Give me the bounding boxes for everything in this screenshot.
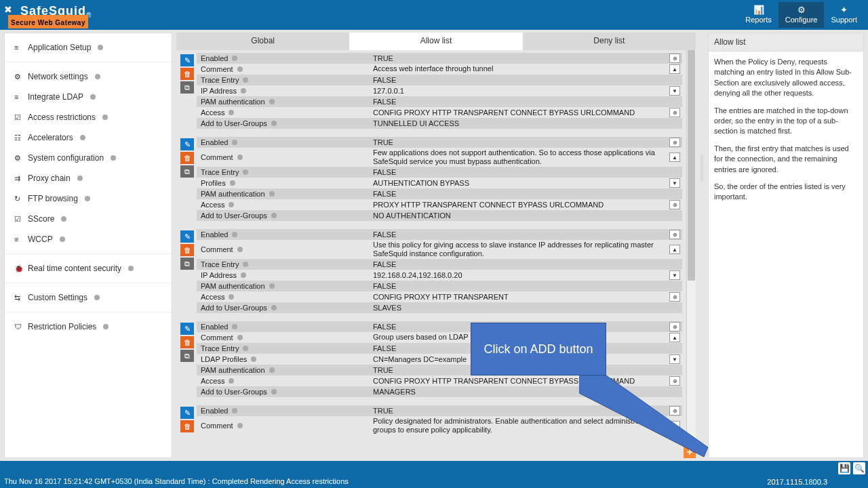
- scrollbar-thumb[interactable]: [688, 50, 695, 281]
- info-icon: [237, 335, 243, 340]
- tab-global[interactable]: Global: [176, 33, 349, 50]
- delete-button[interactable]: 🗑: [180, 336, 194, 348]
- help-panel-title: Allow list: [709, 33, 863, 52]
- sidebar-item-icon: ≡: [14, 43, 22, 52]
- field-value: TRUE: [372, 138, 667, 146]
- field-value: TRUE: [372, 407, 667, 415]
- main-area: ≡Application Setup ⚙Network settings≡Int…: [0, 30, 868, 458]
- sidebar-item[interactable]: ⇆Custom Settings: [5, 287, 172, 308]
- field-value: FALSE: [372, 190, 667, 198]
- info-icon: [60, 237, 65, 242]
- callout-text: Click on ADD button: [484, 341, 593, 357]
- delete-button[interactable]: 🗑: [180, 152, 194, 164]
- move-bottom-icon[interactable]: ⊕: [669, 376, 680, 386]
- move-up-icon[interactable]: ▲: [669, 64, 680, 74]
- delete-button[interactable]: 🗑: [180, 68, 194, 80]
- sidebar-item-label: Accelerators: [28, 133, 73, 142]
- sidebar-item[interactable]: ⚙System configuration: [5, 148, 172, 168]
- sidebar-item-label: Access restrictions: [28, 113, 96, 122]
- delete-button[interactable]: 🗑: [180, 244, 194, 256]
- info-icon: [237, 423, 243, 428]
- info-icon: [243, 169, 248, 175]
- move-down-icon[interactable]: ▼: [669, 270, 680, 280]
- tab-deny-list[interactable]: Deny list: [523, 33, 696, 50]
- support-icon: ✦: [831, 5, 857, 15]
- policy-entry: ✎ 🗑 ⧉ EnabledTRUE⊕ CommentFew applicatio…: [180, 137, 682, 221]
- add-button[interactable]: +: [684, 446, 696, 458]
- sidebar-item-label: Integrate LDAP: [28, 92, 83, 102]
- field-label: Profiles: [201, 179, 226, 187]
- sidebar-item-label: Application Setup: [28, 43, 91, 52]
- info-icon: [77, 176, 83, 181]
- field-label: Access: [201, 377, 224, 385]
- panel-splitter[interactable]: [700, 33, 704, 458]
- clone-button[interactable]: ⧉: [180, 165, 194, 178]
- field-label: IP Address: [201, 87, 237, 95]
- move-target-icon[interactable]: ⊕: [669, 406, 680, 415]
- edit-button[interactable]: ✎: [180, 138, 194, 150]
- move-up-icon[interactable]: ▲: [669, 245, 680, 254]
- move-down-icon[interactable]: ▼: [669, 354, 680, 364]
- clone-button[interactable]: ⧉: [180, 258, 194, 270]
- sidebar-item-icon: ☷: [14, 134, 22, 142]
- move-bottom-icon[interactable]: ⊕: [669, 200, 680, 209]
- sidebar-item[interactable]: ☷Accelerators: [5, 127, 172, 148]
- tab-allow-list[interactable]: Allow list: [349, 33, 522, 50]
- info-icon: [269, 99, 275, 104]
- info-icon: [237, 247, 243, 252]
- sidebar-item[interactable]: ≡WCCP: [5, 229, 172, 249]
- sidebar-item-icon: ⇆: [14, 293, 22, 302]
- center-content: Global Allow list Deny list ✎ 🗑 ⧉ Enable…: [176, 33, 696, 458]
- sidebar-item[interactable]: ⇉Proxy chain: [5, 168, 172, 188]
- delete-button[interactable]: 🗑: [180, 420, 194, 432]
- sidebar-item-label: SScore: [28, 214, 54, 224]
- edit-button[interactable]: ✎: [180, 230, 194, 243]
- sidebar-item[interactable]: ≡Application Setup: [5, 37, 172, 58]
- entry-actions: ✎ 🗑 ⧉: [180, 229, 197, 313]
- move-target-icon[interactable]: ⊕: [669, 138, 680, 147]
- field-value: 127.0.0.1: [372, 87, 667, 95]
- sidebar-item[interactable]: 🛡Restriction Policies: [5, 317, 172, 337]
- footer-actions: 💾 🔍: [838, 462, 865, 474]
- info-icon: [271, 213, 277, 218]
- move-down-icon[interactable]: ▼: [669, 86, 680, 96]
- move-up-icon[interactable]: ▲: [669, 152, 680, 162]
- sidebar-item[interactable]: 🐞Real time content security: [5, 258, 172, 279]
- move-target-icon[interactable]: ⊕: [669, 54, 680, 63]
- move-bottom-icon[interactable]: ⊕: [669, 108, 680, 117]
- sidebar-item[interactable]: ≡Integrate LDAP: [5, 87, 172, 107]
- field-label: Add to User-Groups: [201, 304, 267, 312]
- move-down-icon[interactable]: ▼: [669, 178, 680, 188]
- edit-button[interactable]: ✎: [180, 407, 194, 419]
- nav-support[interactable]: ✦ Support: [824, 2, 864, 28]
- move-up-icon[interactable]: ▲: [669, 421, 680, 430]
- info-icon: [269, 367, 275, 373]
- field-value: Few applications does not support authen…: [372, 148, 667, 166]
- nav-configure[interactable]: ⚙ Configure: [778, 2, 825, 28]
- sidebar-item[interactable]: ☑Access restrictions: [5, 107, 172, 127]
- sidebar-item-icon: ⚙: [14, 73, 22, 81]
- nav-reports[interactable]: 📊 Reports: [738, 2, 778, 28]
- vertical-scrollbar[interactable]: [686, 50, 696, 458]
- sidebar-item[interactable]: ↻FTP browsing: [5, 188, 172, 209]
- logo: SafeSquid ® Secure Web Gateway: [4, 8, 91, 22]
- move-bottom-icon[interactable]: ⊕: [669, 292, 680, 302]
- search-icon[interactable]: 🔍: [853, 462, 865, 474]
- info-icon: [232, 232, 237, 237]
- save-icon[interactable]: 💾: [838, 462, 850, 474]
- field-label: Comment: [201, 333, 233, 342]
- clone-button[interactable]: ⧉: [180, 350, 194, 362]
- info-icon: [111, 155, 116, 161]
- move-up-icon[interactable]: ▲: [669, 333, 680, 342]
- edit-button[interactable]: ✎: [180, 323, 194, 335]
- clone-button[interactable]: ⧉: [180, 81, 194, 94]
- move-target-icon[interactable]: ⊕: [669, 230, 680, 239]
- status-text: Thu Nov 16 2017 15:21:42 GMT+0530 (India…: [4, 477, 349, 485]
- info-icon: [241, 272, 246, 278]
- sidebar-item-icon: ⚙: [14, 154, 22, 163]
- edit-button[interactable]: ✎: [180, 54, 194, 66]
- move-target-icon[interactable]: ⊕: [669, 322, 680, 331]
- sidebar-item[interactable]: ⚙Network settings: [5, 66, 172, 87]
- sidebar-item[interactable]: ☑SScore: [5, 209, 172, 229]
- tagline-badge: Secure Web Gateway: [8, 15, 88, 28]
